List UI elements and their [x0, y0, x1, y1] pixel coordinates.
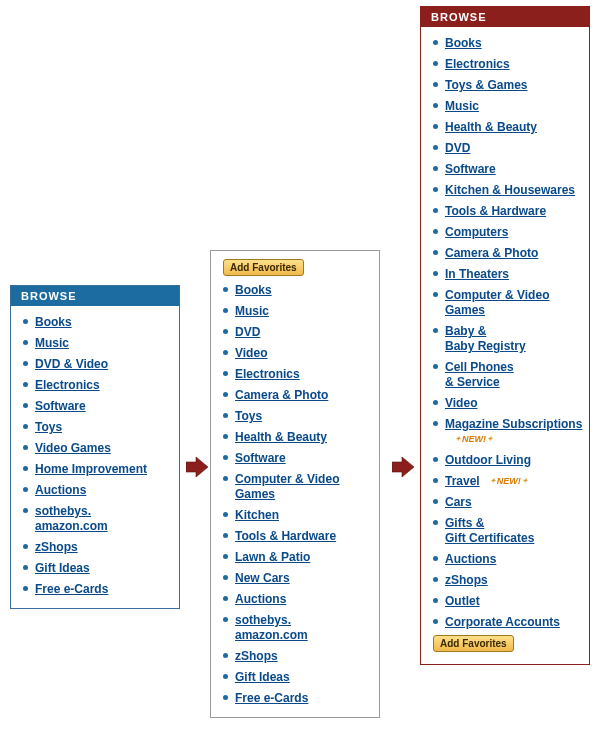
nav-link[interactable]: Gifts &Gift Certificates [445, 516, 534, 545]
nav-link[interactable]: Free e-Cards [235, 691, 308, 705]
nav-link[interactable]: Kitchen & Housewares [445, 183, 575, 197]
nav-link[interactable]: DVD [235, 325, 260, 339]
nav-link[interactable]: Auctions [235, 592, 286, 606]
nav-link[interactable]: Video [445, 396, 477, 410]
nav-list-1: BooksMusicDVD & VideoElectronicsSoftware… [17, 312, 173, 600]
nav-item: sothebys.amazon.com [221, 610, 373, 646]
nav-link[interactable]: Toys [35, 420, 62, 434]
nav-item: Software [221, 448, 373, 469]
nav-item: Camera & Photo [431, 243, 583, 264]
nav-link[interactable]: Health & Beauty [235, 430, 327, 444]
nav-link[interactable]: Books [445, 36, 482, 50]
nav-link[interactable]: Computer & Video Games [235, 472, 339, 501]
nav-link[interactable]: Camera & Photo [445, 246, 538, 260]
nav-link[interactable]: Corporate Accounts [445, 615, 560, 629]
nav-link[interactable]: Music [235, 304, 269, 318]
nav-link[interactable]: Outdoor Living [445, 453, 531, 467]
nav-item: Books [221, 280, 373, 301]
svg-marker-1 [392, 457, 414, 477]
nav-link[interactable]: Video Games [35, 441, 111, 455]
nav-link[interactable]: Tools & Hardware [445, 204, 546, 218]
nav-item: zShops [221, 646, 373, 667]
nav-item: zShops [431, 570, 583, 591]
nav-item: Tools & Hardware [431, 201, 583, 222]
panel-body: BooksMusicDVD & VideoElectronicsSoftware… [11, 306, 179, 608]
nav-item: Auctions [221, 589, 373, 610]
nav-link[interactable]: DVD & Video [35, 357, 108, 371]
browse-panel-1: BROWSE BooksMusicDVD & VideoElectronicsS… [10, 285, 180, 609]
nav-link[interactable]: Toys & Games [445, 78, 527, 92]
browse-panel-2: Add Favorites BooksMusicDVDVideoElectron… [210, 250, 380, 718]
nav-link[interactable]: sothebys.amazon.com [235, 613, 308, 642]
nav-item: Software [21, 396, 173, 417]
nav-link[interactable]: Software [445, 162, 496, 176]
nav-item: Books [21, 312, 173, 333]
nav-link[interactable]: Camera & Photo [235, 388, 328, 402]
panel-body: Add Favorites BooksMusicDVDVideoElectron… [211, 251, 379, 717]
nav-link[interactable]: Lawn & Patio [235, 550, 310, 564]
nav-item: Computer & Video Games [221, 469, 373, 505]
nav-link[interactable]: In Theaters [445, 267, 509, 281]
nav-link[interactable]: Gift Ideas [35, 561, 90, 575]
nav-item: Software [431, 159, 583, 180]
nav-link[interactable]: Software [35, 399, 86, 413]
nav-link[interactable]: Health & Beauty [445, 120, 537, 134]
nav-link[interactable]: Magazine Subscriptions [445, 417, 582, 431]
add-favorites-button[interactable]: Add Favorites [223, 259, 304, 276]
nav-item: Video [431, 393, 583, 414]
panel-body: BooksElectronicsToys & GamesMusicHealth … [421, 27, 589, 664]
new-badge: NEW! [449, 434, 499, 445]
nav-item: Auctions [21, 480, 173, 501]
nav-item: Baby &Baby Registry [431, 321, 583, 357]
nav-link[interactable]: zShops [445, 573, 488, 587]
nav-link[interactable]: Music [35, 336, 69, 350]
nav-link[interactable]: sothebys.amazon.com [35, 504, 108, 533]
nav-link[interactable]: Electronics [235, 367, 300, 381]
nav-link[interactable]: Books [35, 315, 72, 329]
nav-link[interactable]: Cars [445, 495, 472, 509]
nav-link[interactable]: Gift Ideas [235, 670, 290, 684]
nav-list-3: BooksElectronicsToys & GamesMusicHealth … [427, 33, 583, 633]
nav-item: Toys [221, 406, 373, 427]
add-favorites-button[interactable]: Add Favorites [433, 635, 514, 652]
nav-item: New Cars [221, 568, 373, 589]
nav-item: Computers [431, 222, 583, 243]
nav-item: Music [221, 301, 373, 322]
nav-item: Toys [21, 417, 173, 438]
nav-item: Cars [431, 492, 583, 513]
nav-link[interactable]: Tools & Hardware [235, 529, 336, 543]
nav-link[interactable]: New Cars [235, 571, 290, 585]
nav-link[interactable]: zShops [35, 540, 78, 554]
nav-item: Kitchen [221, 505, 373, 526]
nav-item: Gift Ideas [21, 558, 173, 579]
nav-link[interactable]: Electronics [445, 57, 510, 71]
nav-item: Health & Beauty [431, 117, 583, 138]
nav-link[interactable]: Auctions [445, 552, 496, 566]
nav-link[interactable]: Kitchen [235, 508, 279, 522]
nav-link[interactable]: Free e-Cards [35, 582, 108, 596]
nav-link[interactable]: Outlet [445, 594, 480, 608]
nav-link[interactable]: Computer & Video Games [445, 288, 549, 317]
nav-link[interactable]: Music [445, 99, 479, 113]
nav-link[interactable]: Video [235, 346, 267, 360]
nav-item: Gift Ideas [221, 667, 373, 688]
nav-item: DVD [221, 322, 373, 343]
nav-link[interactable]: Computers [445, 225, 508, 239]
nav-link[interactable]: Cell Phones& Service [445, 360, 514, 389]
nav-link[interactable]: Auctions [35, 483, 86, 497]
nav-item: Toys & Games [431, 75, 583, 96]
nav-item: Outlet [431, 591, 583, 612]
nav-link[interactable]: Books [235, 283, 272, 297]
nav-link[interactable]: Electronics [35, 378, 100, 392]
nav-link[interactable]: Toys [235, 409, 262, 423]
svg-marker-0 [186, 457, 208, 477]
nav-link[interactable]: Travel [445, 474, 480, 488]
nav-link[interactable]: DVD [445, 141, 470, 155]
nav-item: Free e-Cards [21, 579, 173, 600]
nav-link[interactable]: Home Improvement [35, 462, 147, 476]
nav-item: Magazine SubscriptionsNEW! [431, 414, 583, 450]
nav-link[interactable]: zShops [235, 649, 278, 663]
nav-item: Camera & Photo [221, 385, 373, 406]
nav-link[interactable]: Software [235, 451, 286, 465]
nav-link[interactable]: Baby &Baby Registry [445, 324, 526, 353]
